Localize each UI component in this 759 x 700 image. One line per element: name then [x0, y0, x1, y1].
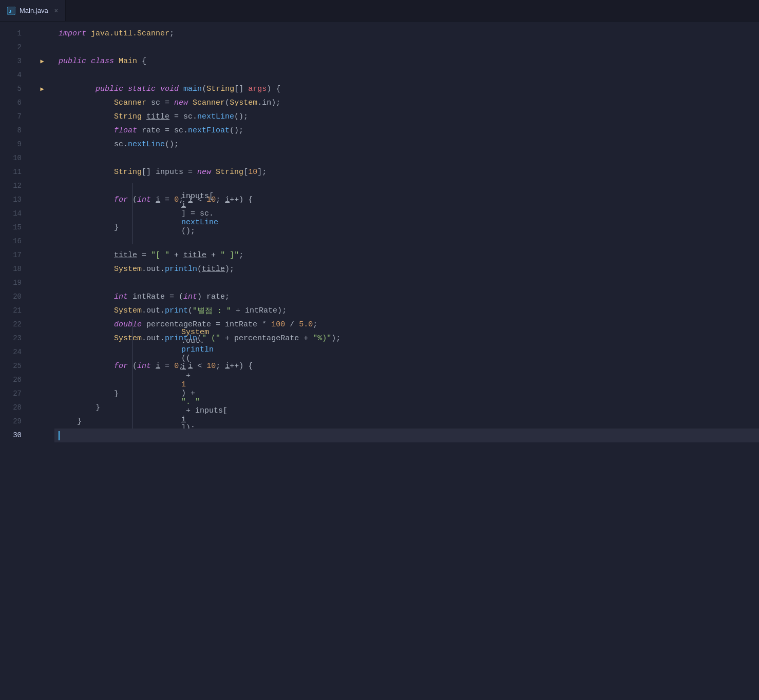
token-i-arr-26: i: [181, 415, 186, 424]
line-num-26: 26: [0, 373, 30, 387]
token-args: args: [248, 85, 267, 93]
gutter-3[interactable]: ▶: [30, 54, 54, 68]
text-cursor: [59, 431, 60, 440]
editor-area: 1 2 3 4 5 6 7 8 9 10 11 12 13 14 15 16 1…: [0, 22, 759, 700]
tab-close-button[interactable]: ×: [54, 7, 58, 14]
code-line-5: public static void main ( String [] args…: [54, 82, 759, 96]
token-5-0: 5.0: [299, 320, 313, 329]
gutter-10: [30, 151, 54, 165]
code-line-8: float rate = sc. nextFloat ();: [54, 124, 759, 138]
token-float: float: [114, 126, 137, 135]
token-1-26: 1: [181, 380, 186, 389]
token-new-11: new: [197, 168, 211, 177]
gutter-9: [30, 138, 54, 151]
code-line-21: System .out. print ( "별점 : " + intRate);: [54, 304, 759, 318]
code-line-3: public class Main {: [54, 54, 759, 68]
gutter-5[interactable]: ▶: [30, 82, 54, 96]
line-num-1: 1: [0, 27, 30, 41]
token-class: class: [91, 57, 114, 66]
line-num-16: 16: [0, 235, 30, 248]
line-num-13: 13: [0, 193, 30, 207]
gutter-26: [30, 373, 54, 387]
token-title-18: title: [202, 265, 225, 274]
token-import: import: [59, 29, 86, 38]
token-str-dot: ". ": [181, 398, 200, 406]
token-for-25: for: [114, 362, 128, 371]
line-num-15: 15: [0, 221, 30, 235]
fold-arrow-3[interactable]: ▶: [40, 57, 44, 65]
gutter-6: [30, 96, 54, 110]
gutter-28: [30, 401, 54, 415]
token-public-5: public: [96, 85, 123, 93]
code-content[interactable]: import java.util.Scanner ; public class …: [54, 22, 759, 700]
token-i-26: i: [181, 363, 186, 372]
code-line-19: [54, 276, 759, 290]
token-title-7: title: [146, 112, 169, 121]
gutter-20: [30, 290, 54, 304]
token-i-14: i: [181, 201, 186, 209]
line-num-29: 29: [0, 415, 30, 429]
token-str-bracket-open: "[ ": [151, 251, 169, 260]
code-line-11: String [] inputs = new String [ 10 ];: [54, 165, 759, 179]
gutter-2: [30, 41, 54, 54]
token-new-6: new: [174, 99, 188, 107]
token-str-score: "별점 : ": [193, 306, 231, 316]
token-title-17a: title: [114, 251, 137, 260]
svg-text:J: J: [9, 9, 11, 14]
line-num-12: 12: [0, 179, 30, 193]
code-line-2: [54, 41, 759, 54]
gutter-21: [30, 304, 54, 318]
token-nextline-14: nextLine: [181, 218, 218, 227]
line-num-9: 9: [0, 138, 30, 151]
line-num-14: 14: [0, 207, 30, 221]
token-system-18: System: [114, 265, 142, 274]
gutter-15: [30, 221, 54, 235]
fold-arrow-5[interactable]: ▶: [40, 85, 44, 93]
token-scanner-constructor: Scanner: [193, 99, 225, 107]
token-system-21: System: [114, 306, 142, 315]
token-title-17b: title: [183, 251, 206, 260]
line-num-24: 24: [0, 345, 30, 359]
tab-bar: J Main.java ×: [0, 0, 759, 22]
line-num-2: 2: [0, 41, 30, 54]
line-num-30: 30: [0, 429, 30, 442]
gutter-8: [30, 124, 54, 138]
gutter-29: [30, 415, 54, 429]
token-nextfloat: nextFloat: [188, 126, 230, 135]
tab-main-java[interactable]: J Main.java ×: [0, 0, 66, 21]
gutter-12: [30, 179, 54, 193]
token-nextline-7: nextLine: [197, 112, 234, 121]
editor-container: J Main.java × 1 2 3 4 5 6 7 8 9 10 11 12…: [0, 0, 759, 700]
gutter-16: [30, 235, 54, 248]
token-string-7: String: [114, 112, 142, 121]
gutter-19: [30, 276, 54, 290]
gutter-22: [30, 318, 54, 332]
token-main-classname: Main: [119, 57, 137, 66]
code-line-9: sc. nextLine ();: [54, 138, 759, 151]
gutter-18: [30, 262, 54, 276]
line-num-19: 19: [0, 276, 30, 290]
token-static: static: [128, 85, 156, 93]
token-scanner-type: Scanner: [114, 99, 146, 107]
token-int-20: int: [114, 293, 128, 301]
code-line-4: [54, 68, 759, 82]
gutter-7: [30, 110, 54, 124]
code-line-30: [54, 429, 759, 442]
line-num-22: 22: [0, 318, 30, 332]
line-num-18: 18: [0, 262, 30, 276]
gutter-4: [30, 68, 54, 82]
gutter-11: [30, 165, 54, 179]
line-num-8: 8: [0, 124, 30, 138]
token-system-in: System: [230, 99, 257, 107]
line-num-6: 6: [0, 96, 30, 110]
line-num-21: 21: [0, 304, 30, 318]
token-cast-int-20: int: [183, 293, 197, 301]
java-icon: J: [7, 7, 15, 15]
gutter-23: [30, 332, 54, 345]
code-line-14: inputs[ i ] = sc. nextLine ();: [54, 207, 759, 221]
token-string-arr: String: [216, 168, 243, 177]
code-line-7: String title = sc. nextLine ();: [54, 110, 759, 124]
gutter-13: [30, 193, 54, 207]
gutter: ▶ ▶: [30, 22, 54, 700]
gutter-27: [30, 387, 54, 401]
